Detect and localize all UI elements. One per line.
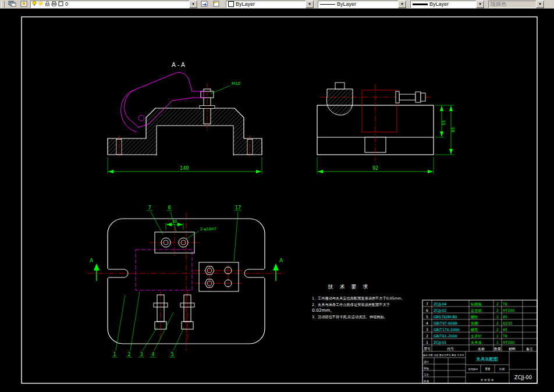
side-washer: [396, 91, 399, 103]
bom-header-code: 代号: [446, 347, 454, 351]
tech-line-2: 2、夹具与床身工作台面保证安装误差配置不大于: [312, 302, 390, 307]
printer-icon: [51, 1, 57, 8]
plot-style-value: 随颜色: [489, 1, 508, 8]
section-label-right: A: [279, 258, 283, 263]
chevron-down-icon[interactable]: ▼: [306, 1, 314, 8]
bom-header-no: 序号: [424, 347, 431, 351]
bom-cell: 2: [496, 308, 499, 312]
balloon-17: 17: [235, 205, 241, 211]
bom-cell: 1: [496, 334, 499, 338]
bulb-icon: [32, 1, 37, 8]
side-stud: [399, 94, 416, 100]
balloon-4: 4: [151, 352, 154, 357]
linetype-dropdown[interactable]: ByLayer ▼: [318, 1, 407, 8]
front-width-dim: 140: [180, 166, 189, 171]
bom-cell: 垫圈: [471, 321, 478, 326]
cad-drawing[interactable]: A-A 140 M10: [0, 9, 554, 392]
balloon-3: 3: [140, 352, 143, 357]
title-block: 标记 处数 分区 更改文件号 签名 年月日 设计 审核 工艺 批准 夹具装配图 …: [422, 351, 537, 383]
side-clamp-bolt: [335, 83, 345, 89]
layer-properties-button[interactable]: [7, 1, 17, 8]
approve-label: 批准: [423, 380, 429, 383]
layer-sheet-icon: [20, 0, 28, 9]
section-view-label: A-A: [172, 62, 187, 68]
sheet-info: 共 张 第 张: [481, 379, 494, 382]
bom-cell: ZCJJ-02: [434, 308, 446, 313]
balloon-2: 2: [127, 352, 130, 357]
holes-dim: 2-φ10H7: [200, 227, 216, 231]
bom-cell: 钻模板: [470, 302, 482, 307]
tech-line-1: 1、工件搬动与夹具定位面配置直接误差不大于0.05mm。: [312, 296, 405, 301]
chevron-down-icon: ▼: [536, 1, 544, 8]
tech-line-4: 3、活动部位不得卡死,应运动灵活、伸缩自如。: [312, 315, 388, 319]
make-layer-current-icon: [200, 0, 208, 9]
tech-requirements: 技 术 要 求 1、工件搬动与夹具定位面配置直接误差不大于0.05mm。 2、夹…: [312, 284, 405, 319]
color-dropdown[interactable]: ByLayer ▼: [226, 1, 314, 8]
bom-cell: 45: [503, 315, 507, 319]
plan-view: A A 30 2-φ10H7 1 2: [87, 205, 286, 357]
balloon-7: 7: [148, 205, 151, 211]
make-layer-current-button[interactable]: [199, 1, 209, 8]
stage-label: 阶段标记: [468, 368, 478, 371]
bom-cell: 定位销: [471, 308, 482, 313]
tech-line-3: 0.02mm。: [312, 308, 335, 313]
balloon-numbers: 1 2 3 4 5 7 6 17: [113, 205, 241, 357]
bom-cell: HT200: [503, 340, 514, 344]
bom-cell: ZCJJ-01: [434, 340, 446, 345]
bom-cell: 螺母: [471, 327, 478, 332]
linetype-sample-icon: [320, 4, 335, 5]
lineweight-sample-icon: [413, 3, 428, 5]
color-value: ByLayer: [234, 1, 257, 7]
tech-title: 技 术 要 求: [328, 284, 371, 290]
bom-cell: 2: [496, 302, 499, 306]
side-inner-red-rect: [362, 90, 397, 132]
bom-rows: 7 ZCJJ-04 钻模板 2 T8 6 ZCJJ-02 定位销 2 HT200…: [426, 302, 514, 345]
chevron-down-icon[interactable]: ▼: [476, 1, 484, 8]
bom-cell: 螺栓: [471, 315, 478, 319]
section-arrowhead-right: [273, 263, 279, 270]
balloon-5: 5: [171, 352, 173, 357]
clamp-hook-phantom: [121, 90, 137, 132]
lineweight-value: ByLayer: [428, 1, 450, 7]
side-clamp-section: [326, 89, 353, 115]
model-space-canvas[interactable]: A-A 140 M10: [0, 9, 554, 392]
bom-cell: 2: [426, 334, 428, 338]
layer-tools-button[interactable]: [19, 1, 29, 8]
scale-label: 比例: [499, 368, 505, 371]
drawing-frame: [22, 17, 537, 383]
sun-icon: [38, 1, 44, 8]
object-properties-toolbar: 0 ▼ ByLayer ▼ ByLayer ▼ ByLayer ▼ 随颜色 ▼: [0, 0, 554, 9]
plan-centerlines: [87, 212, 286, 351]
bom-cell: 2: [496, 327, 499, 332]
chevron-down-icon[interactable]: ▼: [398, 1, 406, 8]
lineweight-dropdown[interactable]: ByLayer ▼: [410, 1, 485, 8]
linetype-value: ByLayer: [335, 1, 358, 7]
bom-cell: GB5782M-B0: [434, 315, 457, 319]
drawing-name: 夹具装配图: [476, 357, 498, 362]
side-width-dim: 92: [372, 166, 378, 171]
layer-name: 0: [63, 1, 70, 7]
color-swatch-icon: [228, 1, 234, 7]
workpiece-phantom: [136, 250, 192, 290]
weight-label: 重量: [485, 367, 491, 370]
drawing-number: ZCJJ-00: [514, 375, 532, 380]
clamp-pivot-phantom: [138, 115, 144, 121]
side-view: 55 85 92: [317, 83, 456, 174]
side-h1-dim: 55: [442, 120, 446, 126]
bom-cell: 4: [426, 321, 428, 325]
bom-cell: GB/T170-2000: [434, 327, 460, 332]
bom-header-name: 名称: [478, 347, 485, 351]
bom-cell: GB/T97-8088: [434, 321, 457, 325]
layer-previous-button[interactable]: [211, 1, 221, 8]
chevron-down-icon[interactable]: ▼: [189, 1, 197, 8]
bom-cell: ZCJJ-04: [434, 302, 446, 307]
layer-dropdown[interactable]: 0 ▼: [30, 1, 198, 8]
bom-cell: GB/T61-2000: [434, 334, 457, 338]
balloon-1: 1: [113, 352, 116, 357]
bom-headers: 序号 代号 名称 数量 材料 备注: [424, 347, 533, 351]
toolbar-grip[interactable]: [1, 1, 5, 8]
bom-cell: 2: [496, 315, 499, 319]
bolt-dim: M10: [232, 81, 240, 86]
bom-cell: 45: [503, 327, 507, 332]
plot-style-dropdown: 随颜色 ▼: [488, 1, 545, 8]
